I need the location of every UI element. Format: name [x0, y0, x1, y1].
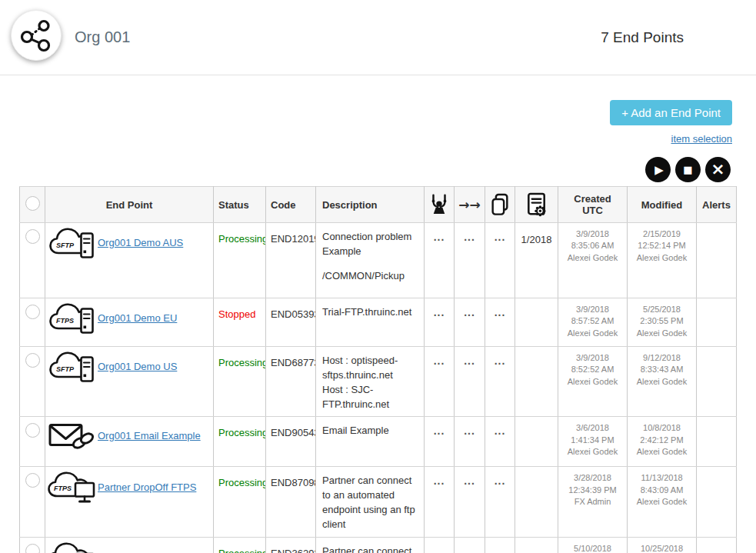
alerts-cell — [697, 467, 737, 537]
description-cell: Connection problem Example /COMMON/Picku… — [316, 223, 425, 298]
description-line: Connection problem Example — [322, 230, 421, 259]
table-row: Org001 Email Example Processing END90543… — [20, 417, 737, 467]
description-line: Partner can connect to an automated endp… — [322, 474, 421, 531]
email-link-icon — [45, 418, 98, 452]
column-end-point: End Point — [45, 187, 214, 223]
cert-cell: 1/2018 — [515, 223, 558, 298]
transfers-menu[interactable]: ... — [455, 347, 485, 417]
delete-button[interactable]: × — [705, 157, 731, 182]
created-cell: 5/10/20189:26:56 AMAlexei Godek — [558, 537, 628, 553]
description-line: Host : SJC-FTP.thruinc.net — [322, 383, 421, 412]
copies-menu[interactable]: ... — [485, 223, 515, 298]
stop-icon: ■ — [683, 164, 692, 175]
org-name: Org 001 — [75, 28, 130, 46]
alerts-cell — [697, 223, 737, 298]
column-created-utc: CreatedUTC — [558, 187, 628, 223]
copies-menu[interactable]: ... — [485, 417, 515, 467]
code-cell: END362927 — [266, 537, 316, 553]
code-cell: END905433 — [266, 417, 316, 467]
copies-menu[interactable]: ... — [485, 537, 515, 553]
endpoint-link[interactable]: Org001 Demo EU — [98, 312, 177, 324]
stop-button[interactable]: ■ — [675, 157, 701, 182]
subscriptions-menu[interactable]: ... — [425, 467, 455, 537]
created-cell: 3/9/20188:35:06 AMAlexei Godek — [558, 223, 628, 298]
subscriptions-menu[interactable]: ... — [425, 537, 455, 553]
description-cell: Email Example — [316, 417, 425, 467]
table-row: SFTP Org001 Demo AUS Processing END12019… — [20, 223, 737, 298]
table-row: FTPS Partner DropOff FTPS Processing END… — [20, 467, 737, 537]
select-all-header — [20, 187, 45, 223]
network-share-icon — [19, 18, 53, 52]
description-line: Email Example — [322, 424, 421, 438]
modified-cell: 11/13/20188:43:09 AMAlexei Godek — [628, 467, 697, 537]
created-cell: 3/9/20188:52:52 AMAlexei Godek — [558, 347, 628, 417]
alerts-cell — [697, 537, 737, 553]
row-select-radio[interactable] — [25, 423, 40, 438]
column-modified: Modified — [628, 187, 697, 223]
endpoint-link[interactable]: Org001 Email Example — [98, 430, 201, 441]
code-cell: END120190 — [266, 223, 316, 298]
rosette — [535, 205, 545, 216]
row-select-radio[interactable] — [25, 353, 40, 368]
status-cell: Processing — [214, 467, 266, 537]
modified-cell: 10/8/20182:42:12 PMAlexei Godek — [628, 417, 697, 467]
item-selection-link[interactable]: item selection — [671, 133, 732, 145]
play-icon: ▶ — [654, 163, 664, 177]
status-cell: Processing — [214, 417, 266, 467]
cert-cell — [515, 537, 558, 553]
table-row: FTPS Org001 Demo EU Stopped END053938 Tr… — [20, 298, 737, 347]
endpoint-link[interactable]: Partner DropOff FTPS — [98, 481, 196, 493]
code-cell: END687737 — [266, 347, 316, 417]
row-select-radio[interactable] — [25, 544, 40, 553]
transfers-menu[interactable]: ... — [455, 223, 485, 298]
cert-cell — [515, 298, 558, 347]
column-code: Code — [266, 187, 316, 223]
cloud-ftps-server-icon: FTPS — [45, 300, 98, 335]
page-header: Org 001 7 End Points — [0, 0, 756, 75]
description-cell: Trial-FTP.thruinc.net — [316, 298, 425, 347]
column-subscriptions — [425, 187, 455, 223]
copy-pages-icon — [489, 193, 511, 216]
subscriptions-menu[interactable]: ... — [425, 223, 455, 298]
cert-cell — [515, 417, 558, 467]
subscriptions-menu[interactable]: ... — [425, 347, 455, 417]
subscriptions-menu[interactable]: ... — [425, 298, 455, 347]
modified-cell: 10/25/20188:48:41 AMAlexei Godek — [628, 537, 697, 553]
status-cell: Processing — [214, 223, 266, 298]
copies-menu[interactable]: ... — [485, 467, 515, 537]
description-cell: Partner can connect to an automated endp… — [316, 537, 425, 553]
svg-text:FTPS: FTPS — [56, 317, 74, 325]
org-logo — [11, 10, 62, 61]
description-line: /COMMON/Pickup — [322, 269, 421, 284]
endpoint-link[interactable]: Org001 Demo AUS — [98, 237, 183, 248]
column-description: Description — [316, 187, 425, 223]
table-header-row: End Point Status Code Description →→ — [20, 187, 737, 223]
cloud-sftp-desktop-icon: SFTP — [45, 539, 98, 553]
cert-cell — [515, 467, 558, 537]
copies-menu[interactable]: ... — [485, 347, 515, 417]
add-endpoint-button[interactable]: + Add an End Point — [610, 100, 732, 125]
row-select-radio[interactable] — [25, 229, 40, 244]
transfers-menu[interactable]: ... — [455, 417, 485, 467]
transfers-menu[interactable]: ... — [455, 537, 485, 553]
select-all-radio[interactable] — [25, 196, 40, 211]
row-select-radio[interactable] — [25, 473, 40, 488]
created-cell: 3/6/20181:41:34 PMAlexei Godek — [558, 417, 628, 467]
endpoint-link[interactable]: Org001 Demo US — [98, 361, 177, 372]
code-cell: END870980 — [266, 467, 316, 537]
column-transfers: →→ — [455, 187, 485, 223]
start-button[interactable]: ▶ — [645, 157, 671, 182]
subscriptions-menu[interactable]: ... — [425, 417, 455, 467]
description-line: Partner can connect to an automated endp… — [322, 545, 421, 553]
cloud-ftps-desktop-icon: FTPS — [45, 468, 98, 505]
status-cell: Stopped — [214, 298, 266, 347]
table-row: SFTP Org001 Demo US Processing END687737… — [20, 347, 737, 417]
transfers-menu[interactable]: ... — [455, 298, 485, 347]
transfers-menu[interactable]: ... — [455, 467, 485, 537]
column-status: Status — [214, 187, 266, 223]
copies-menu[interactable]: ... — [485, 298, 515, 347]
table-row: SFTP Partner DropOff SFTP Processing END… — [20, 537, 737, 553]
row-select-radio[interactable] — [25, 305, 40, 319]
column-certificates — [515, 187, 558, 223]
endpoint-count: 7 End Points — [601, 29, 684, 46]
